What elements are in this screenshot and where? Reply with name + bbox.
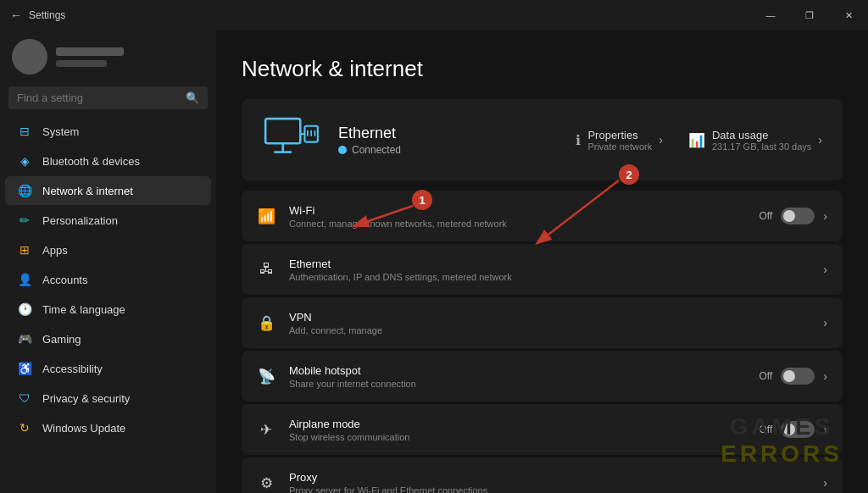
sidebar: 🔍 ⊟System◈Bluetooth & devices🌐Network & … xyxy=(0,30,216,493)
sidebar-item-time[interactable]: 🕐Time & language xyxy=(5,295,211,324)
vpn-chevron: › xyxy=(823,316,827,330)
setting-item-vpn[interactable]: 🔒VPNAdd, connect, manage› xyxy=(242,297,843,348)
data-usage-label: Data usage xyxy=(712,129,811,141)
hotspot-sub: Share your internet connection xyxy=(289,379,746,389)
gaming-icon: 🎮 xyxy=(17,331,32,346)
properties-chevron: › xyxy=(659,133,663,147)
wifi-title: Wi-Fi xyxy=(289,204,746,217)
sidebar-item-system[interactable]: ⊟System xyxy=(5,117,211,146)
wifi-icon: 📶 xyxy=(257,207,275,225)
search-icon: 🔍 xyxy=(186,91,199,104)
wifi-sub: Connect, manage known networks, metered … xyxy=(289,219,746,229)
sidebar-item-accounts[interactable]: 👤Accounts xyxy=(5,265,211,294)
sidebar-item-personalization[interactable]: ✏Personalization xyxy=(5,206,211,235)
hotspot-title: Mobile hotspot xyxy=(289,364,746,377)
sidebar-label-network: Network & internet xyxy=(42,185,133,197)
hero-card[interactable]: Ethernet Connected ℹ Properties Private … xyxy=(242,99,843,180)
accounts-icon: 👤 xyxy=(17,272,32,287)
sidebar-item-gaming[interactable]: 🎮Gaming xyxy=(5,324,211,353)
svg-rect-0 xyxy=(265,119,300,143)
airplane-sub: Stop wireless communication xyxy=(289,432,746,442)
update-icon: ↻ xyxy=(17,420,32,435)
hotspot-toggle[interactable] xyxy=(781,368,815,385)
proxy-text: ProxyProxy server for Wi-Fi and Ethernet… xyxy=(289,471,810,494)
status-dot xyxy=(338,146,347,154)
proxy-sub: Proxy server for Wi-Fi and Ethernet conn… xyxy=(289,485,810,494)
setting-item-airplane[interactable]: ✈Airplane modeStop wireless communicatio… xyxy=(242,404,843,455)
setting-item-wifi[interactable]: 📶Wi-FiConnect, manage known networks, me… xyxy=(242,191,843,241)
sidebar-label-bluetooth: Bluetooth & devices xyxy=(42,155,140,168)
window-title: Settings xyxy=(29,9,65,21)
hero-props: ℹ Properties Private network › 📊 Data us… xyxy=(576,129,822,152)
data-usage-icon: 📊 xyxy=(688,132,705,148)
proxy-title: Proxy xyxy=(289,471,810,484)
properties-link[interactable]: ℹ Properties Private network › xyxy=(576,129,662,152)
airplane-icon: ✈ xyxy=(257,420,275,439)
airplane-text: Airplane modeStop wireless communication xyxy=(289,418,746,442)
hotspot-right: Off› xyxy=(760,368,827,385)
sidebar-item-update[interactable]: ↻Windows Update xyxy=(5,413,211,442)
properties-sub: Private network xyxy=(587,141,652,152)
profile-section[interactable] xyxy=(0,30,216,86)
airplane-right: Off› xyxy=(760,421,827,438)
maximize-button[interactable]: ❐ xyxy=(790,0,829,30)
personalization-icon: ✏ xyxy=(17,213,32,228)
hotspot-text: Mobile hotspotShare your internet connec… xyxy=(289,364,746,389)
sidebar-label-privacy: Privacy & security xyxy=(42,392,130,405)
minimize-button[interactable]: — xyxy=(751,0,790,30)
wifi-toggle[interactable] xyxy=(781,208,815,224)
accessibility-icon: ♿ xyxy=(17,361,32,376)
hero-name: Ethernet xyxy=(338,125,559,142)
hero-status: Connected xyxy=(338,144,559,156)
vpn-right: › xyxy=(823,316,827,330)
hotspot-icon: 📡 xyxy=(257,367,275,385)
search-input[interactable] xyxy=(17,91,179,104)
setting-item-proxy[interactable]: ⚙ProxyProxy server for Wi-Fi and Etherne… xyxy=(242,457,843,493)
settings-list: 📶Wi-FiConnect, manage known networks, me… xyxy=(242,191,843,493)
hero-info: Ethernet Connected xyxy=(338,125,559,156)
ethernet-icon: 🖧 xyxy=(257,260,275,279)
sidebar-label-gaming: Gaming xyxy=(42,333,81,346)
time-icon: 🕐 xyxy=(17,302,32,317)
system-icon: ⊟ xyxy=(17,124,32,139)
close-button[interactable]: ✕ xyxy=(829,0,868,30)
vpn-sub: Add, connect, manage xyxy=(289,325,810,335)
sidebar-label-apps: Apps xyxy=(42,244,68,257)
data-usage-sub: 231.17 GB, last 30 days xyxy=(712,141,811,152)
setting-item-ethernet[interactable]: 🖧EthernetAuthentication, IP and DNS sett… xyxy=(242,244,843,295)
hotspot-toggle-label: Off xyxy=(760,370,773,382)
profile-name-bar xyxy=(56,47,124,56)
ethernet-hero-icon xyxy=(262,114,321,165)
nav-list: ⊟System◈Bluetooth & devices🌐Network & in… xyxy=(0,116,216,443)
avatar xyxy=(12,39,47,75)
info-icon: ℹ xyxy=(576,132,581,148)
airplane-toggle-label: Off xyxy=(760,424,773,435)
ethernet-right: › xyxy=(823,263,827,276)
data-usage-chevron: › xyxy=(818,133,822,147)
wifi-chevron: › xyxy=(823,209,827,223)
sidebar-label-system: System xyxy=(42,125,79,138)
airplane-title: Airplane mode xyxy=(289,418,746,430)
setting-item-hotspot[interactable]: 📡Mobile hotspotShare your internet conne… xyxy=(242,351,843,402)
wifi-text: Wi-FiConnect, manage known networks, met… xyxy=(289,204,746,229)
sidebar-label-update: Windows Update xyxy=(42,422,125,435)
sidebar-label-accessibility: Accessibility xyxy=(42,363,103,375)
page-title: Network & internet xyxy=(242,56,843,82)
sidebar-item-privacy[interactable]: 🛡Privacy & security xyxy=(5,384,211,413)
ethernet-sub: Authentication, IP and DNS settings, met… xyxy=(289,272,810,282)
sidebar-item-network[interactable]: 🌐Network & internet xyxy=(5,176,211,205)
window-controls: — ❐ ✕ xyxy=(751,0,868,30)
back-icon[interactable]: ← xyxy=(10,8,22,22)
privacy-icon: 🛡 xyxy=(17,391,32,406)
ethernet-chevron: › xyxy=(823,263,827,276)
airplane-chevron: › xyxy=(823,423,827,436)
sidebar-label-personalization: Personalization xyxy=(42,214,118,227)
sidebar-item-accessibility[interactable]: ♿Accessibility xyxy=(5,354,211,383)
sidebar-item-apps[interactable]: ⊞Apps xyxy=(5,235,211,264)
airplane-toggle[interactable] xyxy=(781,421,815,438)
data-usage-link[interactable]: 📊 Data usage 231.17 GB, last 30 days › xyxy=(688,129,822,152)
search-box[interactable]: 🔍 xyxy=(8,86,208,109)
wifi-right: Off› xyxy=(760,208,827,224)
sidebar-item-bluetooth[interactable]: ◈Bluetooth & devices xyxy=(5,147,211,175)
profile-sub-bar xyxy=(56,60,107,67)
